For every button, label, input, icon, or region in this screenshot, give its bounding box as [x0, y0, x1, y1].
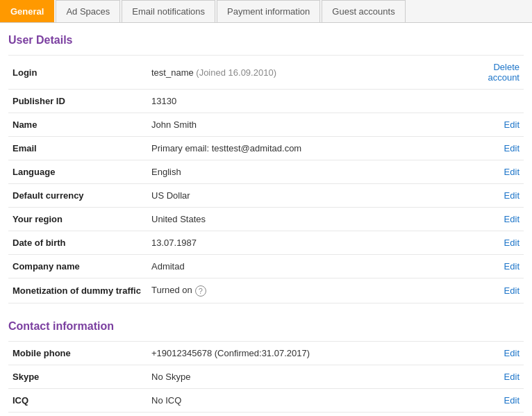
row-label: Date of birth [8, 231, 147, 255]
table-row: SkypeNo SkypeEdit [8, 365, 524, 388]
table-row: LanguageEnglishEdit [8, 160, 524, 184]
row-value: 13130 [147, 90, 468, 113]
row-action: Delete account [468, 56, 524, 90]
table-row: Publisher ID13130 [8, 90, 524, 113]
table-row: Monetization of dummy trafficTurned on?E… [8, 278, 524, 303]
row-action: Edit [468, 137, 524, 160]
tab-guest-accounts[interactable]: Guest accounts [322, 0, 405, 22]
contact-information-title: Contact information [8, 320, 524, 333]
contact-information-table: Mobile phone+19012345678 (Confirmed:31.0… [8, 341, 524, 413]
table-row: Company nameAdmitadEdit [8, 255, 524, 278]
row-action: Edit [468, 160, 524, 184]
table-row: Date of birth13.07.1987Edit [8, 231, 524, 255]
row-value: No Skype [147, 365, 468, 388]
row-label: ICQ [8, 388, 147, 412]
row-action: Edit [468, 365, 524, 388]
tab-general[interactable]: General [0, 0, 54, 22]
row-action: Edit [468, 388, 524, 412]
row-action: Edit [468, 184, 524, 208]
main-content: User Details Logintest_name (Joined 16.0… [0, 23, 532, 416]
row-label: Monetization of dummy traffic [8, 278, 147, 303]
row-label: Language [8, 160, 147, 184]
row-action: Edit [468, 208, 524, 231]
login-username: test_name [151, 67, 194, 78]
tab-email-notifications[interactable]: Email notifications [122, 0, 215, 22]
row-label: Your region [8, 208, 147, 231]
edit-link[interactable]: Edit [504, 348, 519, 358]
edit-link[interactable]: Edit [504, 395, 519, 406]
edit-link[interactable]: Edit [504, 167, 519, 177]
row-action: Edit [468, 113, 524, 137]
row-label: Email [8, 137, 147, 160]
question-icon[interactable]: ? [195, 285, 206, 297]
table-row: ICQNo ICQEdit [8, 388, 524, 412]
row-action [468, 90, 524, 113]
row-label: Company name [8, 255, 147, 278]
table-row: EmailPrimary email: testtest@admitad.com… [8, 137, 524, 160]
row-value: Admitad [147, 255, 468, 278]
row-action: Edit [468, 255, 524, 278]
row-value: US Dollar [147, 184, 468, 208]
row-label: Login [8, 56, 147, 90]
row-action: Edit [468, 341, 524, 365]
table-row: Your regionUnited StatesEdit [8, 208, 524, 231]
row-value: Primary email: testtest@admitad.com [147, 137, 468, 160]
row-action: Edit [468, 231, 524, 255]
row-label: Default currency [8, 184, 147, 208]
row-value: English [147, 160, 468, 184]
table-row: NameJohn SmithEdit [8, 113, 524, 137]
row-label: Skype [8, 365, 147, 388]
row-value: 13.07.1987 [147, 231, 468, 255]
table-row: Default currencyUS DollarEdit [8, 184, 524, 208]
edit-link[interactable]: Edit [504, 238, 519, 248]
edit-link[interactable]: Edit [504, 261, 519, 272]
edit-link[interactable]: Edit [504, 119, 519, 130]
table-row: Logintest_name (Joined 16.09.2010)Delete… [8, 56, 524, 90]
row-action: Edit [468, 278, 524, 303]
tab-bar: General Ad Spaces Email notifications Pa… [0, 0, 532, 23]
row-value: John Smith [147, 113, 468, 137]
row-value: Turned on? [147, 278, 468, 303]
tab-ad-spaces[interactable]: Ad Spaces [56, 0, 120, 22]
edit-link[interactable]: Edit [504, 190, 519, 201]
row-label: Name [8, 113, 147, 137]
edit-link[interactable]: Edit [504, 372, 519, 382]
row-label: Publisher ID [8, 90, 147, 113]
row-value: No ICQ [147, 388, 468, 412]
row-value: test_name (Joined 16.09.2010) [147, 56, 468, 90]
user-details-table: Logintest_name (Joined 16.09.2010)Delete… [8, 55, 524, 303]
edit-link[interactable]: Edit [504, 143, 519, 153]
tab-payment-information[interactable]: Payment information [217, 0, 320, 22]
row-value: United States [147, 208, 468, 231]
edit-link[interactable]: Edit [504, 285, 519, 296]
user-details-title: User Details [8, 34, 524, 47]
row-label: Mobile phone [8, 341, 147, 365]
login-joined-date: (Joined 16.09.2010) [194, 67, 276, 78]
table-row: Mobile phone+19012345678 (Confirmed:31.0… [8, 341, 524, 365]
edit-link[interactable]: Edit [504, 214, 519, 224]
delete-account-link[interactable]: Delete account [488, 62, 519, 83]
row-value: +19012345678 (Confirmed:31.07.2017) [147, 341, 468, 365]
